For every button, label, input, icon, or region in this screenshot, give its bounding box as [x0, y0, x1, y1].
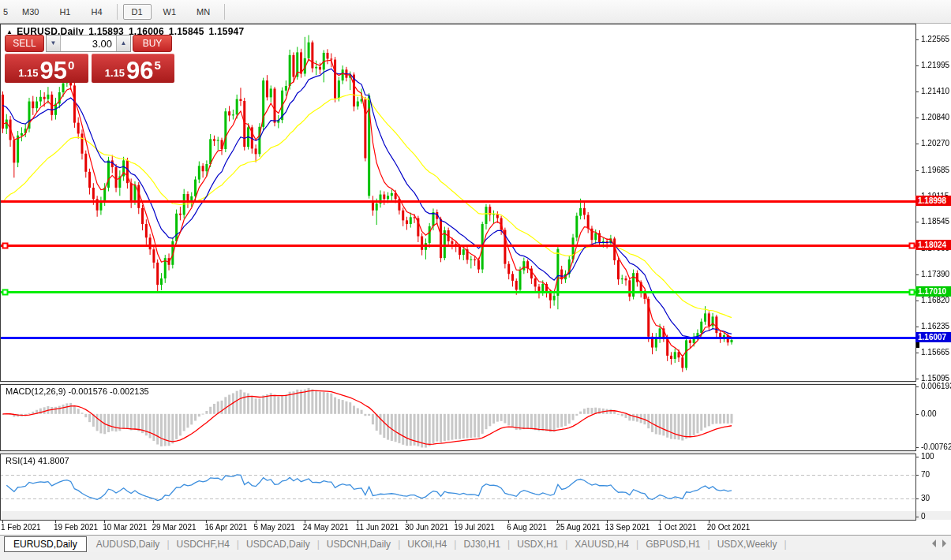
- timeframe-button-h4[interactable]: H4: [82, 4, 110, 20]
- tab-eurusd-0[interactable]: EURUSD,Daily: [4, 536, 87, 552]
- toolbar-separator: [117, 4, 118, 20]
- price-axis-tick: 1.22565: [921, 35, 949, 43]
- date-axis-label: 13 Sep 2021: [605, 523, 650, 532]
- chart-tab-bar: EURUSD,DailyAUDUSD,Daily|USDCHF,H4|USDCA…: [0, 535, 951, 552]
- toolbar-separator: [224, 4, 225, 20]
- date-axis-label: 19 Jul 2021: [454, 523, 495, 532]
- chart-close-value: 1.15947: [209, 26, 245, 37]
- tab-gbpusd-9[interactable]: GBPUSD,H1: [639, 537, 706, 551]
- price-axis-tick: 1.20270: [921, 139, 949, 147]
- status-strip: [0, 552, 951, 560]
- macd-axis-tick: 0.00: [921, 409, 936, 418]
- rsi-axis-tick: 30: [921, 494, 930, 502]
- tab-scroll-left-icon[interactable]: [932, 539, 936, 547]
- tab-usdx-7[interactable]: USDX,H1: [511, 537, 564, 551]
- tab-separator: |: [784, 539, 786, 550]
- hline-price-tag: 1.17010: [915, 286, 951, 297]
- price-axis-tick: 1.16235: [921, 322, 949, 330]
- tab-separator: |: [454, 539, 456, 550]
- timeframe-button-w1[interactable]: W1: [155, 4, 185, 20]
- tab-dj30-6[interactable]: DJ30,H1: [457, 537, 507, 551]
- date-axis-label: 24 May 2021: [303, 523, 349, 532]
- timeframe-toolbar: 5 M30H1H4D1W1MN: [0, 0, 951, 24]
- tab-usdchf-2[interactable]: USDCHF,H4: [170, 537, 236, 551]
- price-axis-tick: 1.19685: [921, 166, 949, 174]
- date-axis-label: 5 May 2021: [254, 523, 295, 532]
- buy-price-digits: 96: [126, 61, 153, 81]
- price-axis-tick: 1.18545: [921, 217, 949, 226]
- rsi-label: RSI(14) 41.8007: [6, 456, 69, 465]
- price-axis-tick: 1.20840: [921, 113, 949, 121]
- tab-separator: |: [507, 539, 510, 550]
- sell-button[interactable]: SELL: [5, 35, 44, 52]
- macd-axis-tick: 0.006193: [921, 382, 951, 390]
- one-click-trade-panel: SELL ▼ ▲ BUY 1.15 95 0 1.15 96 5: [5, 35, 174, 83]
- date-axis-label: 29 Mar 2021: [152, 523, 196, 532]
- date-axis-label: 11 Jun 2021: [356, 523, 399, 532]
- buy-price-prefix: 1.15: [105, 67, 125, 79]
- date-axis-label: 1 Oct 2021: [658, 523, 697, 532]
- sell-price-digits: 95: [39, 61, 66, 81]
- date-axis-label: 25 Aug 2021: [556, 523, 600, 532]
- timeframe-button-mn[interactable]: MN: [188, 4, 219, 20]
- buy-price-box[interactable]: 1.15 96 5: [92, 54, 175, 83]
- timeframe-button-partial[interactable]: 5: [2, 4, 9, 20]
- date-axis-label: 10 Mar 2021: [103, 523, 147, 532]
- mt4-window: 5 M30H1H4D1W1MN ▲ EURUSD,Daily 1.15893 1…: [0, 0, 951, 560]
- tab-separator: |: [317, 539, 320, 550]
- buy-button[interactable]: BUY: [133, 35, 172, 52]
- tab-usdcnh-4[interactable]: USDCNH,Daily: [320, 537, 397, 551]
- tab-usdx-10[interactable]: USDX,Weekly: [711, 537, 784, 551]
- rsi-axis-tick: 0: [921, 512, 926, 521]
- date-axis-label: 19 Feb 2021: [54, 523, 98, 532]
- price-axis-tick: 1.17390: [921, 270, 949, 278]
- tab-scroll-right-icon[interactable]: [942, 539, 946, 547]
- tab-separator: |: [708, 539, 710, 550]
- buy-price-sup: 5: [154, 58, 160, 72]
- volume-increase-icon[interactable]: ▲: [116, 35, 130, 51]
- price-axis-tick: 1.21410: [921, 87, 949, 95]
- timeframe-button-h1[interactable]: H1: [51, 4, 79, 20]
- price-axis-tick: 1.15665: [921, 348, 949, 357]
- tab-separator: |: [167, 539, 169, 550]
- hline-price-tag: 1.18024: [915, 240, 951, 250]
- hline-price-tag: 1.16007: [915, 332, 951, 342]
- rsi-axis-tick: 70: [921, 470, 930, 479]
- tab-usdcad-3[interactable]: USDCAD,Daily: [240, 537, 316, 551]
- macd-axis-tick: -0.007621: [921, 442, 951, 451]
- date-axis-label: 16 Apr 2021: [204, 523, 247, 532]
- price-axis-tick: 1.16820: [921, 296, 949, 304]
- date-axis-label: 30 Jun 2021: [405, 523, 448, 532]
- tab-scroll-arrows: [932, 539, 946, 547]
- volume-stepper: ▼ ▲: [46, 35, 131, 52]
- sell-price-prefix: 1.15: [18, 67, 38, 79]
- date-axis-label: 6 Aug 2021: [507, 523, 547, 532]
- tab-ukoil-5[interactable]: UKOil,H4: [401, 537, 453, 551]
- date-axis-label: 1 Feb 2021: [1, 523, 41, 532]
- date-axis-label: 20 Oct 2021: [707, 523, 750, 532]
- tab-separator: |: [398, 539, 400, 550]
- timeframe-button-d1[interactable]: D1: [123, 4, 152, 20]
- tab-separator: |: [237, 539, 239, 550]
- tab-audusd-1[interactable]: AUDUSD,Daily: [90, 537, 167, 551]
- tab-xauusd-8[interactable]: XAUUSD,H4: [568, 537, 635, 551]
- sell-price-box[interactable]: 1.15 95 0: [5, 54, 88, 83]
- sell-price-sup: 0: [68, 58, 74, 72]
- price-axis-tick: 1.21995: [921, 61, 949, 69]
- tab-separator: |: [565, 539, 567, 550]
- tab-separator: |: [636, 539, 638, 550]
- macd-label: MACD(12,26,9) -0.001576 -0.002135: [6, 386, 149, 396]
- volume-decrease-icon[interactable]: ▼: [47, 35, 61, 51]
- timeframe-button-m30[interactable]: M30: [13, 4, 47, 20]
- hline-price-tag: 1.18998: [915, 196, 951, 206]
- volume-input[interactable]: [61, 35, 116, 51]
- rsi-axis-tick: 100: [921, 452, 934, 461]
